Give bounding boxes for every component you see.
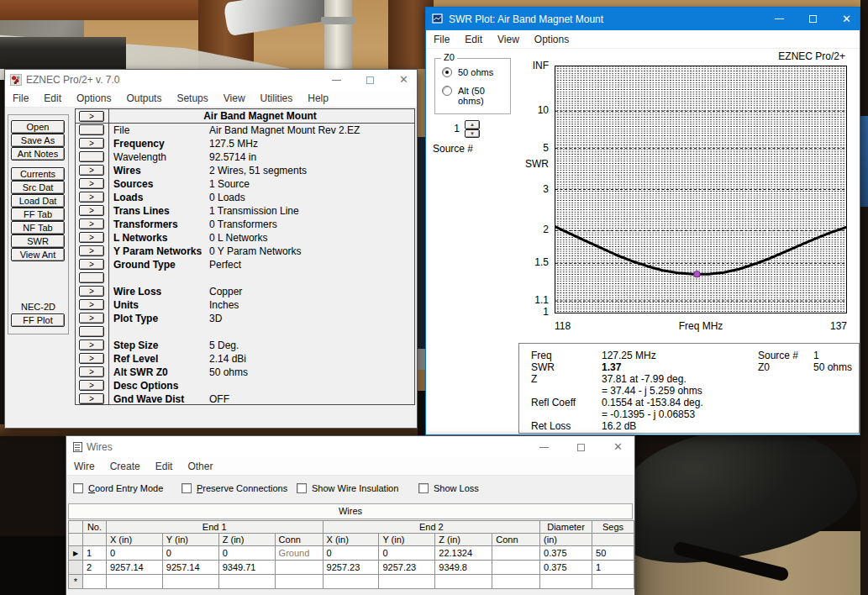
ant-notes-button[interactable]: Ant Notes	[11, 147, 65, 161]
cell[interactable]	[540, 575, 592, 589]
param-expand-button[interactable]: >	[79, 178, 104, 189]
maximize-icon[interactable]	[577, 444, 585, 451]
param-expand-button[interactable]: >	[79, 286, 104, 297]
cell[interactable]	[492, 546, 540, 561]
param-expand-button[interactable]: >	[79, 245, 104, 256]
cell[interactable]	[379, 575, 435, 589]
spin-up-icon[interactable]: ▲	[465, 120, 480, 129]
cell[interactable]: 0	[106, 546, 162, 561]
nf-tab-button[interactable]: NF Tab	[11, 221, 65, 234]
cell[interactable]	[162, 575, 218, 589]
maximize-icon[interactable]	[366, 76, 374, 84]
currents-button[interactable]: Currents	[11, 167, 65, 181]
param-expand-button[interactable]: >	[79, 299, 104, 310]
cell[interactable]: 0	[162, 546, 218, 561]
cell[interactable]: 1	[592, 561, 634, 575]
eznec-menu-outputs[interactable]: Outputs	[118, 92, 169, 104]
param-expand-button[interactable]: >	[79, 340, 104, 350]
close-icon[interactable]: ✕	[613, 443, 623, 451]
cell[interactable]: 22.1324	[435, 546, 492, 561]
cell[interactable]: 9257.14	[106, 561, 162, 575]
eznec-titlebar[interactable]: EZNEC Pro/2+ v. 7.0 ✕	[5, 70, 417, 90]
cell[interactable]: 0.375	[540, 561, 592, 575]
param-expand-button[interactable]: >	[79, 138, 104, 149]
minimize-icon[interactable]	[332, 80, 341, 81]
param-expand-button[interactable]: >	[79, 259, 104, 270]
swr-button[interactable]: SWR	[11, 234, 65, 248]
cell[interactable]: 0	[323, 546, 379, 561]
checkbox-coord-entry-mode[interactable]	[73, 483, 83, 493]
ff-plot-button[interactable]: FF Plot	[11, 313, 65, 327]
eznec-menu-help[interactable]: Help	[300, 92, 336, 104]
cell[interactable]	[492, 575, 540, 589]
param-expand-button[interactable]: >	[79, 313, 104, 324]
cell[interactable]: 0.375	[540, 546, 592, 561]
cell[interactable]: 9257.14	[162, 561, 218, 575]
header-expand-button[interactable]: >	[79, 111, 104, 122]
cell[interactable]: 1	[82, 546, 106, 561]
swr-menu-edit[interactable]: Edit	[457, 34, 490, 45]
param-expand-button[interactable]: >	[79, 366, 104, 377]
wires-menu-wire[interactable]: Wire	[66, 461, 103, 472]
eznec-menu-edit[interactable]: Edit	[36, 92, 69, 104]
wires-menu-other[interactable]: Other	[180, 461, 220, 472]
row-selector[interactable]: *	[69, 575, 83, 589]
cell[interactable]	[592, 575, 634, 589]
view-ant-button[interactable]: View Ant	[11, 248, 65, 261]
param-expand-button[interactable]: >	[79, 380, 104, 391]
cell[interactable]	[82, 575, 106, 589]
wires-menu-create[interactable]: Create	[103, 461, 148, 472]
minimize-icon[interactable]	[539, 447, 549, 448]
cell[interactable]: Ground	[275, 546, 323, 561]
minimize-icon[interactable]	[775, 18, 784, 19]
radio-unselected-icon[interactable]	[442, 86, 452, 96]
eznec-menu-setups[interactable]: Setups	[169, 92, 215, 104]
ff-tab-button[interactable]: FF Tab	[11, 208, 65, 221]
param-expand-button[interactable]: >	[79, 393, 104, 404]
cell[interactable]: 9257.23	[379, 561, 435, 575]
param-expand-button[interactable]	[79, 272, 104, 283]
cell[interactable]	[275, 575, 323, 589]
param-expand-button[interactable]: >	[79, 205, 104, 216]
cursor-marker[interactable]	[694, 271, 701, 277]
row-selector[interactable]: ▶	[69, 546, 83, 561]
cell[interactable]	[323, 575, 379, 589]
checkbox-show-wire-insulation[interactable]	[297, 483, 307, 493]
eznec-menu-options[interactable]: Options	[69, 92, 118, 104]
load-dat-button[interactable]: Load Dat	[11, 194, 65, 208]
wires-titlebar[interactable]: Wires ✕	[66, 436, 634, 458]
param-expand-button[interactable]	[79, 326, 104, 337]
cell[interactable]: 0	[379, 546, 435, 561]
cell[interactable]: 50	[592, 546, 634, 561]
param-expand-button[interactable]: >	[79, 219, 104, 229]
src-dat-button[interactable]: Src Dat	[11, 181, 65, 194]
cell[interactable]	[435, 575, 492, 589]
cell[interactable]	[106, 575, 162, 589]
cell[interactable]	[275, 561, 323, 575]
param-expand-button[interactable]: >	[79, 165, 104, 176]
swr-menu-options[interactable]: Options	[527, 34, 576, 45]
cell[interactable]	[218, 575, 275, 589]
save-as-button[interactable]: Save As	[11, 134, 65, 147]
maximize-icon[interactable]	[809, 15, 817, 23]
param-expand-button[interactable]: >	[79, 353, 104, 364]
cell[interactable]: 9349.71	[218, 561, 275, 575]
close-icon[interactable]: ✕	[842, 15, 851, 24]
row-selector[interactable]	[69, 561, 83, 575]
close-icon[interactable]: ✕	[399, 76, 408, 84]
cell[interactable]: 2	[82, 561, 106, 575]
radio-selected-icon[interactable]	[442, 67, 452, 77]
checkbox-preserve-connections[interactable]	[181, 483, 192, 493]
open-button[interactable]: Open	[11, 120, 65, 134]
eznec-menu-file[interactable]: File	[5, 92, 36, 104]
eznec-menu-utilities[interactable]: Utilities	[253, 92, 301, 104]
param-expand-button[interactable]	[79, 124, 104, 135]
swr-menu-view[interactable]: View	[490, 34, 527, 45]
cell[interactable]	[492, 561, 540, 575]
wires-menu-edit[interactable]: Edit	[148, 461, 181, 472]
param-expand-button[interactable]: >	[79, 232, 104, 243]
swr-titlebar[interactable]: SWR Plot: Air Band Magnet Mount ✕	[426, 8, 860, 30]
spin-down-icon[interactable]: ▼	[465, 129, 480, 139]
checkbox-show-loss[interactable]	[418, 483, 429, 493]
param-expand-button[interactable]: >	[79, 192, 104, 203]
